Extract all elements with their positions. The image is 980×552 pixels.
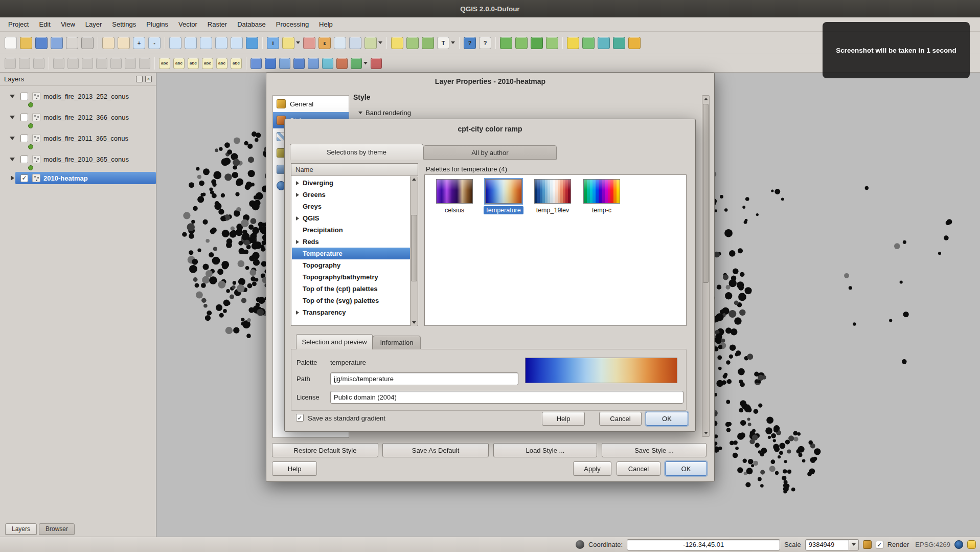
edit-scale-icon[interactable] xyxy=(863,540,872,549)
zoom-out-icon[interactable]: - xyxy=(148,36,161,50)
panel-float-icon[interactable] xyxy=(136,76,143,82)
save-style-button[interactable]: Save Style ... xyxy=(602,443,706,457)
gps-tools-icon[interactable] xyxy=(350,57,368,70)
dropdown-arrow-icon[interactable] xyxy=(363,62,368,64)
scroll-up-icon[interactable] xyxy=(412,178,416,181)
scrollbar-thumb[interactable] xyxy=(411,215,417,281)
menu-plugins[interactable]: Plugins xyxy=(141,18,173,30)
tab-selections-by-theme[interactable]: Selections by theme xyxy=(290,144,423,160)
zoom-to-layer-icon[interactable] xyxy=(199,36,213,50)
palette-temperature[interactable]: temperature xyxy=(479,179,528,214)
tree-header[interactable]: Name xyxy=(291,164,418,176)
layer-visibility-checkbox[interactable] xyxy=(20,156,28,163)
section-collapse-icon[interactable] xyxy=(358,112,362,114)
sidebar-item-general[interactable]: General xyxy=(273,96,349,112)
composer-manager-icon[interactable] xyxy=(81,36,94,50)
attribute-table-icon[interactable] xyxy=(333,36,347,50)
topology-checker-icon[interactable] xyxy=(336,57,348,70)
expand-arrow-icon[interactable] xyxy=(296,216,299,220)
data-management-icon[interactable] xyxy=(307,57,320,70)
help-button[interactable]: Help xyxy=(542,412,585,426)
layer-item-selected[interactable]: 2010-heatmap xyxy=(0,172,156,184)
menu-settings[interactable]: Settings xyxy=(107,18,141,30)
layer-visibility-checkbox[interactable] xyxy=(20,174,28,182)
current-edits-icon[interactable] xyxy=(4,57,16,70)
menu-view[interactable]: View xyxy=(56,18,80,30)
zoom-in-icon[interactable]: + xyxy=(132,36,146,50)
ok-button[interactable]: OK xyxy=(646,412,688,426)
metasearch-icon[interactable] xyxy=(612,36,626,50)
render-checkbox[interactable] xyxy=(876,541,883,548)
heatmap-plugin-icon[interactable] xyxy=(530,36,543,50)
show-bookmarks-icon[interactable] xyxy=(421,36,435,50)
new-bookmark-icon[interactable] xyxy=(406,36,419,50)
scale-combobox[interactable] xyxy=(805,539,859,550)
add-feature-icon[interactable] xyxy=(53,57,65,70)
coordinate-capture-icon[interactable] xyxy=(576,540,584,549)
geoprocessing-icon[interactable] xyxy=(279,57,291,70)
refresh-map-icon[interactable] xyxy=(245,36,259,50)
map-tips-icon[interactable] xyxy=(391,36,404,50)
layer-visibility-checkbox[interactable] xyxy=(20,135,28,142)
menu-help[interactable]: Help xyxy=(314,18,338,30)
select-by-expression-icon[interactable]: ε xyxy=(318,36,331,50)
move-feature-icon[interactable] xyxy=(67,57,79,70)
pan-to-selection-icon[interactable] xyxy=(117,36,130,50)
apply-button[interactable]: Apply xyxy=(573,461,611,476)
save-project-as-icon[interactable] xyxy=(50,36,63,50)
deselect-features-icon[interactable] xyxy=(303,36,316,50)
collapse-arrow-icon[interactable] xyxy=(10,158,15,161)
interpolation-icon[interactable] xyxy=(545,36,559,50)
layer-item[interactable]: modis_fire_2010_365_conus xyxy=(0,153,156,165)
save-gradient-checkbox[interactable] xyxy=(296,414,304,422)
ok-button[interactable]: OK xyxy=(665,461,707,476)
tab-all-by-author[interactable]: All by author xyxy=(423,145,557,160)
tree-item-diverging[interactable]: Diverging xyxy=(292,177,411,189)
raster-histogram-icon[interactable] xyxy=(499,36,513,50)
cancel-button[interactable]: Cancel xyxy=(617,461,660,476)
dialog-scrollbar[interactable] xyxy=(702,95,710,437)
expand-arrow-icon[interactable] xyxy=(296,193,299,197)
menu-edit[interactable]: Edit xyxy=(34,18,55,30)
tab-information[interactable]: Information xyxy=(373,336,421,349)
layer-item[interactable]: modis_fire_2013_252_conus xyxy=(0,90,156,102)
layer-visibility-checkbox[interactable] xyxy=(20,93,28,100)
tree-item-top-cpt-palettes[interactable]: Top of the (cpt) palettes xyxy=(292,283,411,295)
zoom-full-icon[interactable] xyxy=(169,36,182,50)
database-icon[interactable] xyxy=(322,57,334,70)
paste-features-icon[interactable] xyxy=(139,57,151,70)
crs-status-icon[interactable] xyxy=(954,540,963,549)
measure-icon[interactable] xyxy=(364,36,383,50)
whats-this-icon[interactable]: ? xyxy=(478,36,492,50)
offset-curve-icon[interactable] xyxy=(370,57,382,70)
menu-vector[interactable]: Vector xyxy=(173,18,202,30)
menu-project[interactable]: Project xyxy=(3,18,34,30)
open-project-icon[interactable] xyxy=(19,36,33,50)
collapse-arrow-icon[interactable] xyxy=(10,116,15,119)
menu-layer[interactable]: Layer xyxy=(80,18,107,30)
messages-icon[interactable] xyxy=(967,540,976,549)
expand-arrow-icon[interactable] xyxy=(296,240,299,244)
labeling-icon[interactable]: abc xyxy=(158,57,171,70)
tab-selection-and-preview[interactable]: Selection and preview xyxy=(296,334,373,349)
zoom-to-selection-icon[interactable] xyxy=(184,36,197,50)
vector-analysis-icon[interactable] xyxy=(250,57,262,70)
dropdown-arrow-icon[interactable] xyxy=(451,41,455,44)
label-properties-icon[interactable]: abc xyxy=(230,57,242,70)
palette-celsius[interactable]: celsius xyxy=(430,179,479,214)
new-composer-icon[interactable] xyxy=(65,36,79,50)
tab-layers[interactable]: Layers xyxy=(5,523,37,535)
scroll-up-icon[interactable] xyxy=(704,98,708,100)
scale-input[interactable] xyxy=(805,539,849,550)
tree-item-topography[interactable]: Topography xyxy=(292,259,411,271)
palette-temp-19lev[interactable]: temp_19lev xyxy=(528,179,577,214)
expand-arrow-icon[interactable] xyxy=(296,311,299,315)
cancel-button[interactable]: Cancel xyxy=(599,412,642,426)
layer-item[interactable]: modis_fire_2012_366_conus xyxy=(0,111,156,123)
tree-item-qgis[interactable]: QGIS xyxy=(292,212,411,224)
tree-scrollbar[interactable] xyxy=(410,176,418,326)
tree-item-topography-bathymetry[interactable]: Topography/bathymetry xyxy=(292,271,411,283)
expand-arrow-icon[interactable] xyxy=(11,175,14,181)
expand-arrow-icon[interactable] xyxy=(296,181,299,185)
tab-browser[interactable]: Browser xyxy=(39,523,75,535)
